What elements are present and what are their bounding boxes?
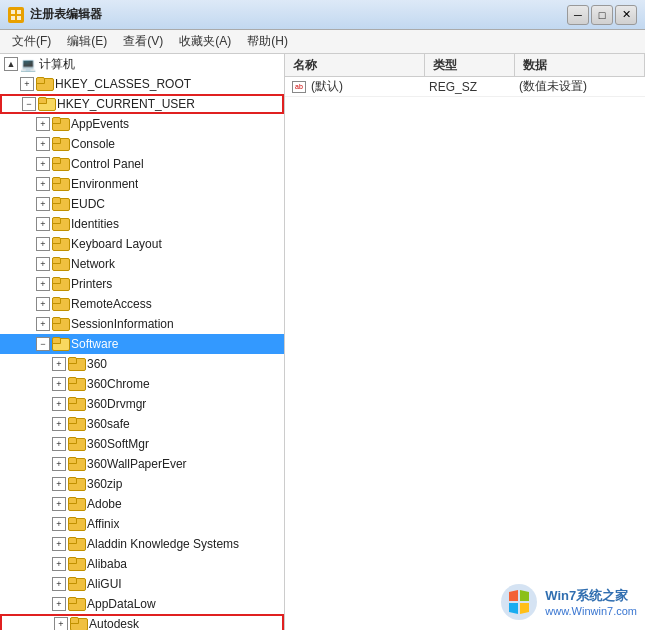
tree-item-appevents[interactable]: +AppEvents <box>0 114 284 134</box>
expand-btn-adobe[interactable]: + <box>52 497 66 511</box>
tree-item-s360drvmgr[interactable]: +360Drvmgr <box>0 394 284 414</box>
tree-item-alibaba[interactable]: +Alibaba <box>0 554 284 574</box>
tree-pane[interactable]: ▲💻计算机+HKEY_CLASSES_ROOT−HKEY_CURRENT_USE… <box>0 54 285 630</box>
tree-item-software[interactable]: −Software <box>0 334 284 354</box>
tree-label-s360wallpaper: 360WallPaperEver <box>87 457 187 471</box>
tree-label-alibaba: Alibaba <box>87 557 127 571</box>
tree-label-aladdin: Aladdin Knowledge Systems <box>87 537 239 551</box>
expand-btn-s360[interactable]: + <box>52 357 66 371</box>
expand-btn-printers[interactable]: + <box>36 277 50 291</box>
folder-icon-appevents <box>52 117 68 131</box>
expand-btn-aligui[interactable]: + <box>52 577 66 591</box>
tree-item-environment[interactable]: +Environment <box>0 174 284 194</box>
menu-edit[interactable]: 编辑(E) <box>59 31 115 52</box>
expand-btn-s360wallpaper[interactable]: + <box>52 457 66 471</box>
expand-btn-aladdin[interactable]: + <box>52 537 66 551</box>
svg-point-4 <box>501 584 537 620</box>
maximize-button[interactable]: □ <box>591 5 613 25</box>
tree-item-session_info[interactable]: +SessionInformation <box>0 314 284 334</box>
svg-rect-1 <box>17 10 21 14</box>
tree-label-environment: Environment <box>71 177 138 191</box>
menu-help[interactable]: 帮助(H) <box>239 31 296 52</box>
tree-label-affinix: Affinix <box>87 517 119 531</box>
win7-logo-icon <box>499 582 539 622</box>
tree-item-console[interactable]: +Console <box>0 134 284 154</box>
table-row[interactable]: (默认) REG_SZ (数值未设置) <box>285 77 645 97</box>
minimize-button[interactable]: ─ <box>567 5 589 25</box>
close-button[interactable]: ✕ <box>615 5 637 25</box>
value-icon <box>289 79 309 95</box>
menu-file[interactable]: 文件(F) <box>4 31 59 52</box>
expand-btn-affinix[interactable]: + <box>52 517 66 531</box>
expand-btn-s360zip[interactable]: + <box>52 477 66 491</box>
tree-item-network[interactable]: +Network <box>0 254 284 274</box>
tree-item-adobe[interactable]: +Adobe <box>0 494 284 514</box>
reg-value-icon <box>292 81 306 93</box>
expand-btn-remote_access[interactable]: + <box>36 297 50 311</box>
main-container: ▲💻计算机+HKEY_CLASSES_ROOT−HKEY_CURRENT_USE… <box>0 54 645 630</box>
expand-btn-console[interactable]: + <box>36 137 50 151</box>
tree-item-hkey_current_user[interactable]: −HKEY_CURRENT_USER <box>0 94 284 114</box>
expand-btn-eudc[interactable]: + <box>36 197 50 211</box>
tree-item-autodesk[interactable]: +Autodesk <box>0 614 284 630</box>
folder-icon-s360wallpaper <box>68 457 84 471</box>
tree-item-computer[interactable]: ▲💻计算机 <box>0 54 284 74</box>
expand-btn-keyboard_layout[interactable]: + <box>36 237 50 251</box>
tree-label-s360zip: 360zip <box>87 477 122 491</box>
expand-btn-s360softmgr[interactable]: + <box>52 437 66 451</box>
folder-icon-environment <box>52 177 68 191</box>
tree-item-s360wallpaper[interactable]: +360WallPaperEver <box>0 454 284 474</box>
expand-btn-session_info[interactable]: + <box>36 317 50 331</box>
menu-view[interactable]: 查看(V) <box>115 31 171 52</box>
tree-label-s360drvmgr: 360Drvmgr <box>87 397 146 411</box>
expand-btn-appdatalow[interactable]: + <box>52 597 66 611</box>
tree-item-printers[interactable]: +Printers <box>0 274 284 294</box>
tree-item-aladdin[interactable]: +Aladdin Knowledge Systems <box>0 534 284 554</box>
expand-btn-hkey_classes[interactable]: + <box>20 77 34 91</box>
expand-btn-s360drvmgr[interactable]: + <box>52 397 66 411</box>
expand-btn-alibaba[interactable]: + <box>52 557 66 571</box>
tree-item-keyboard_layout[interactable]: +Keyboard Layout <box>0 234 284 254</box>
expand-btn-s360safe[interactable]: + <box>52 417 66 431</box>
tree-item-aligui[interactable]: +AliGUI <box>0 574 284 594</box>
tree-item-control_panel[interactable]: +Control Panel <box>0 154 284 174</box>
folder-icon-keyboard_layout <box>52 237 68 251</box>
expand-btn-identities[interactable]: + <box>36 217 50 231</box>
expand-btn-network[interactable]: + <box>36 257 50 271</box>
tree-item-s360[interactable]: +360 <box>0 354 284 374</box>
tree-item-eudc[interactable]: +EUDC <box>0 194 284 214</box>
tree-label-software: Software <box>71 337 118 351</box>
tree-label-hkey_classes: HKEY_CLASSES_ROOT <box>55 77 191 91</box>
tree-item-s360softmgr[interactable]: +360SoftMgr <box>0 434 284 454</box>
folder-icon-remote_access <box>52 297 68 311</box>
expand-btn-autodesk[interactable]: + <box>54 617 68 630</box>
menu-favorites[interactable]: 收藏夹(A) <box>171 31 239 52</box>
tree-item-hkey_classes[interactable]: +HKEY_CLASSES_ROOT <box>0 74 284 94</box>
expand-btn-appevents[interactable]: + <box>36 117 50 131</box>
svg-rect-3 <box>17 16 21 20</box>
expand-btn-s360chrome[interactable]: + <box>52 377 66 391</box>
folder-icon-s360zip <box>68 477 84 491</box>
row-name: (默认) <box>309 78 429 95</box>
right-pane-header: 名称 类型 数据 <box>285 54 645 77</box>
tree-item-appdatalow[interactable]: +AppDataLow <box>0 594 284 614</box>
folder-icon-network <box>52 257 68 271</box>
window-title: 注册表编辑器 <box>30 6 102 23</box>
tree-item-s360safe[interactable]: +360safe <box>0 414 284 434</box>
tree-label-s360chrome: 360Chrome <box>87 377 150 391</box>
expand-btn-computer[interactable]: ▲ <box>4 57 18 71</box>
tree-item-s360chrome[interactable]: +360Chrome <box>0 374 284 394</box>
tree-item-s360zip[interactable]: +360zip <box>0 474 284 494</box>
folder-icon-s360 <box>68 357 84 371</box>
tree-item-affinix[interactable]: +Affinix <box>0 514 284 534</box>
tree-label-adobe: Adobe <box>87 497 122 511</box>
expand-btn-software[interactable]: − <box>36 337 50 351</box>
expand-btn-hkey_current_user[interactable]: − <box>22 97 36 111</box>
expand-btn-environment[interactable]: + <box>36 177 50 191</box>
tree-item-identities[interactable]: +Identities <box>0 214 284 234</box>
folder-icon-aligui <box>68 577 84 591</box>
expand-btn-control_panel[interactable]: + <box>36 157 50 171</box>
tree-item-remote_access[interactable]: +RemoteAccess <box>0 294 284 314</box>
tree-label-remote_access: RemoteAccess <box>71 297 152 311</box>
right-pane: 名称 类型 数据 (默认) REG_SZ (数值未设置) <box>285 54 645 630</box>
